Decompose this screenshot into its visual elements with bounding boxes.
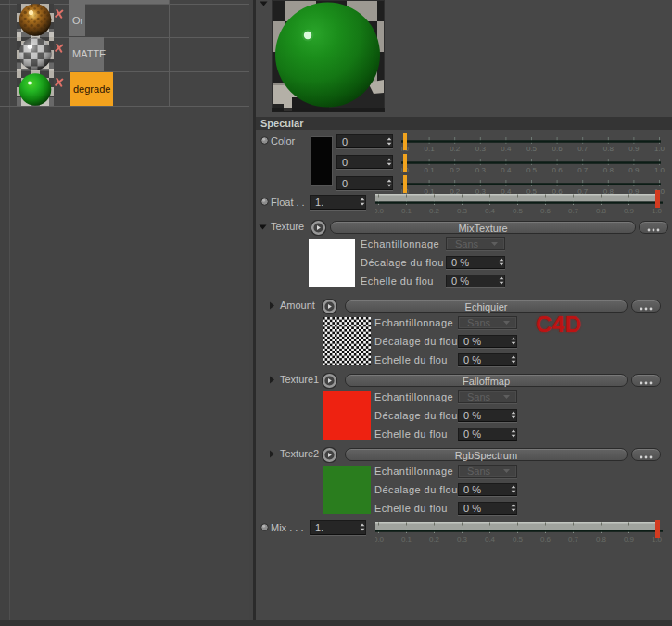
- svg-text:0.9: 0.9: [624, 535, 635, 543]
- svg-text:0.3: 0.3: [475, 166, 487, 174]
- svg-text:0.6: 0.6: [552, 145, 564, 153]
- svg-text:0.4: 0.4: [501, 145, 512, 153]
- svg-text:0.3: 0.3: [457, 535, 468, 543]
- svg-text:0.6: 0.6: [540, 535, 552, 543]
- svg-text:0.8: 0.8: [603, 166, 615, 174]
- svg-text:0.4: 0.4: [485, 207, 496, 215]
- svg-text:0.0: 0.0: [375, 207, 385, 215]
- svg-text:0.6: 0.6: [552, 166, 564, 174]
- svg-text:0.8: 0.8: [603, 145, 615, 153]
- svg-text:0.0: 0.0: [375, 535, 385, 543]
- svg-text:0.1: 0.1: [401, 207, 412, 215]
- svg-text:0.9: 0.9: [628, 145, 640, 153]
- svg-text:1.0: 1.0: [654, 145, 666, 153]
- svg-text:0.5: 0.5: [526, 166, 538, 174]
- svg-text:0.2: 0.2: [429, 207, 440, 215]
- svg-text:0.7: 0.7: [568, 535, 579, 543]
- svg-text:0.6: 0.6: [540, 207, 552, 215]
- svg-text:0.2: 0.2: [429, 535, 440, 543]
- svg-text:0.5: 0.5: [513, 535, 524, 543]
- svg-text:0.7: 0.7: [577, 166, 589, 174]
- svg-text:0.5: 0.5: [526, 145, 538, 153]
- svg-text:0.4: 0.4: [485, 535, 496, 543]
- svg-text:0.8: 0.8: [596, 535, 607, 543]
- svg-text:0.9: 0.9: [628, 166, 640, 174]
- svg-text:1.0: 1.0: [654, 166, 666, 174]
- svg-text:1.0: 1.0: [652, 207, 663, 215]
- svg-text:0.5: 0.5: [513, 207, 524, 215]
- svg-text:0.3: 0.3: [475, 145, 487, 153]
- svg-text:0.8: 0.8: [596, 207, 607, 215]
- svg-text:0.9: 0.9: [624, 207, 635, 215]
- svg-text:0.1: 0.1: [425, 166, 436, 174]
- svg-text:0.1: 0.1: [425, 145, 436, 153]
- svg-text:0.7: 0.7: [568, 207, 579, 215]
- svg-text:0.2: 0.2: [450, 166, 461, 174]
- svg-text:0.1: 0.1: [401, 535, 412, 543]
- svg-text:0.7: 0.7: [577, 145, 589, 153]
- svg-text:0.3: 0.3: [457, 207, 468, 215]
- svg-text:0.4: 0.4: [501, 166, 512, 174]
- svg-text:0.2: 0.2: [450, 145, 461, 153]
